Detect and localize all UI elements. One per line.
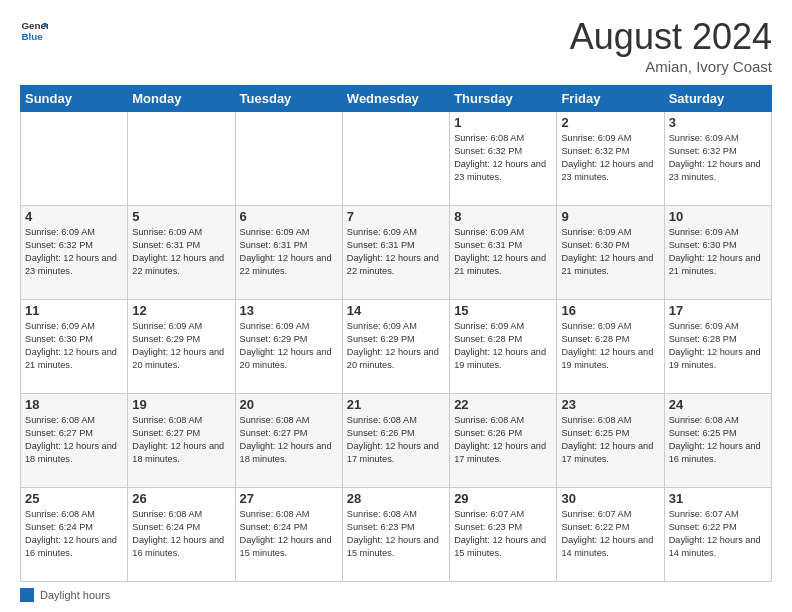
- calendar-cell: 13Sunrise: 6:09 AM Sunset: 6:29 PM Dayli…: [235, 300, 342, 394]
- calendar-cell: 19Sunrise: 6:08 AM Sunset: 6:27 PM Dayli…: [128, 394, 235, 488]
- calendar-cell: 3Sunrise: 6:09 AM Sunset: 6:32 PM Daylig…: [664, 112, 771, 206]
- day-number: 24: [669, 397, 767, 412]
- day-info: Sunrise: 6:08 AM Sunset: 6:23 PM Dayligh…: [347, 508, 445, 560]
- day-info: Sunrise: 6:09 AM Sunset: 6:28 PM Dayligh…: [454, 320, 552, 372]
- calendar-cell: 21Sunrise: 6:08 AM Sunset: 6:26 PM Dayli…: [342, 394, 449, 488]
- day-number: 22: [454, 397, 552, 412]
- day-number: 11: [25, 303, 123, 318]
- day-info: Sunrise: 6:08 AM Sunset: 6:24 PM Dayligh…: [25, 508, 123, 560]
- day-info: Sunrise: 6:09 AM Sunset: 6:31 PM Dayligh…: [454, 226, 552, 278]
- day-info: Sunrise: 6:08 AM Sunset: 6:24 PM Dayligh…: [240, 508, 338, 560]
- day-info: Sunrise: 6:08 AM Sunset: 6:25 PM Dayligh…: [561, 414, 659, 466]
- day-number: 25: [25, 491, 123, 506]
- calendar-cell: 28Sunrise: 6:08 AM Sunset: 6:23 PM Dayli…: [342, 488, 449, 582]
- day-info: Sunrise: 6:07 AM Sunset: 6:22 PM Dayligh…: [669, 508, 767, 560]
- calendar-header-sunday: Sunday: [21, 86, 128, 112]
- day-info: Sunrise: 6:09 AM Sunset: 6:28 PM Dayligh…: [669, 320, 767, 372]
- day-info: Sunrise: 6:09 AM Sunset: 6:30 PM Dayligh…: [25, 320, 123, 372]
- day-info: Sunrise: 6:09 AM Sunset: 6:32 PM Dayligh…: [25, 226, 123, 278]
- calendar-cell: 29Sunrise: 6:07 AM Sunset: 6:23 PM Dayli…: [450, 488, 557, 582]
- day-info: Sunrise: 6:09 AM Sunset: 6:32 PM Dayligh…: [561, 132, 659, 184]
- calendar-cell: 6Sunrise: 6:09 AM Sunset: 6:31 PM Daylig…: [235, 206, 342, 300]
- calendar-cell: 16Sunrise: 6:09 AM Sunset: 6:28 PM Dayli…: [557, 300, 664, 394]
- calendar-cell: 1Sunrise: 6:08 AM Sunset: 6:32 PM Daylig…: [450, 112, 557, 206]
- day-info: Sunrise: 6:09 AM Sunset: 6:30 PM Dayligh…: [561, 226, 659, 278]
- calendar-cell: [342, 112, 449, 206]
- calendar-cell: 20Sunrise: 6:08 AM Sunset: 6:27 PM Dayli…: [235, 394, 342, 488]
- day-info: Sunrise: 6:08 AM Sunset: 6:27 PM Dayligh…: [25, 414, 123, 466]
- title-block: August 2024 Amian, Ivory Coast: [570, 16, 772, 75]
- day-number: 26: [132, 491, 230, 506]
- day-number: 12: [132, 303, 230, 318]
- day-info: Sunrise: 6:09 AM Sunset: 6:29 PM Dayligh…: [347, 320, 445, 372]
- calendar-cell: 10Sunrise: 6:09 AM Sunset: 6:30 PM Dayli…: [664, 206, 771, 300]
- day-info: Sunrise: 6:08 AM Sunset: 6:24 PM Dayligh…: [132, 508, 230, 560]
- day-info: Sunrise: 6:07 AM Sunset: 6:23 PM Dayligh…: [454, 508, 552, 560]
- calendar-cell: 18Sunrise: 6:08 AM Sunset: 6:27 PM Dayli…: [21, 394, 128, 488]
- day-number: 2: [561, 115, 659, 130]
- calendar-cell: 30Sunrise: 6:07 AM Sunset: 6:22 PM Dayli…: [557, 488, 664, 582]
- calendar-cell: 25Sunrise: 6:08 AM Sunset: 6:24 PM Dayli…: [21, 488, 128, 582]
- legend-color-box: [20, 588, 34, 602]
- logo: General Blue: [20, 16, 48, 44]
- calendar-cell: 7Sunrise: 6:09 AM Sunset: 6:31 PM Daylig…: [342, 206, 449, 300]
- day-number: 20: [240, 397, 338, 412]
- day-number: 4: [25, 209, 123, 224]
- month-title: August 2024: [570, 16, 772, 58]
- calendar-cell: 31Sunrise: 6:07 AM Sunset: 6:22 PM Dayli…: [664, 488, 771, 582]
- svg-text:Blue: Blue: [21, 31, 43, 42]
- calendar-cell: 12Sunrise: 6:09 AM Sunset: 6:29 PM Dayli…: [128, 300, 235, 394]
- day-number: 5: [132, 209, 230, 224]
- calendar-cell: 24Sunrise: 6:08 AM Sunset: 6:25 PM Dayli…: [664, 394, 771, 488]
- day-number: 16: [561, 303, 659, 318]
- day-info: Sunrise: 6:09 AM Sunset: 6:29 PM Dayligh…: [240, 320, 338, 372]
- day-number: 27: [240, 491, 338, 506]
- calendar-header-saturday: Saturday: [664, 86, 771, 112]
- day-number: 7: [347, 209, 445, 224]
- day-number: 31: [669, 491, 767, 506]
- day-number: 30: [561, 491, 659, 506]
- day-info: Sunrise: 6:09 AM Sunset: 6:31 PM Dayligh…: [347, 226, 445, 278]
- calendar-header-friday: Friday: [557, 86, 664, 112]
- day-number: 9: [561, 209, 659, 224]
- day-number: 28: [347, 491, 445, 506]
- day-number: 1: [454, 115, 552, 130]
- day-info: Sunrise: 6:07 AM Sunset: 6:22 PM Dayligh…: [561, 508, 659, 560]
- calendar-cell: 17Sunrise: 6:09 AM Sunset: 6:28 PM Dayli…: [664, 300, 771, 394]
- day-info: Sunrise: 6:09 AM Sunset: 6:28 PM Dayligh…: [561, 320, 659, 372]
- day-info: Sunrise: 6:08 AM Sunset: 6:32 PM Dayligh…: [454, 132, 552, 184]
- legend: Daylight hours: [20, 588, 772, 602]
- day-info: Sunrise: 6:09 AM Sunset: 6:29 PM Dayligh…: [132, 320, 230, 372]
- calendar-cell: [235, 112, 342, 206]
- calendar-table: SundayMondayTuesdayWednesdayThursdayFrid…: [20, 85, 772, 582]
- calendar-header-wednesday: Wednesday: [342, 86, 449, 112]
- legend-label: Daylight hours: [40, 589, 110, 601]
- day-info: Sunrise: 6:09 AM Sunset: 6:32 PM Dayligh…: [669, 132, 767, 184]
- day-number: 18: [25, 397, 123, 412]
- day-number: 14: [347, 303, 445, 318]
- calendar-cell: 23Sunrise: 6:08 AM Sunset: 6:25 PM Dayli…: [557, 394, 664, 488]
- day-number: 6: [240, 209, 338, 224]
- day-info: Sunrise: 6:08 AM Sunset: 6:27 PM Dayligh…: [240, 414, 338, 466]
- day-number: 8: [454, 209, 552, 224]
- calendar-cell: 5Sunrise: 6:09 AM Sunset: 6:31 PM Daylig…: [128, 206, 235, 300]
- calendar-week-4: 18Sunrise: 6:08 AM Sunset: 6:27 PM Dayli…: [21, 394, 772, 488]
- calendar-cell: 11Sunrise: 6:09 AM Sunset: 6:30 PM Dayli…: [21, 300, 128, 394]
- calendar-cell: 22Sunrise: 6:08 AM Sunset: 6:26 PM Dayli…: [450, 394, 557, 488]
- day-number: 17: [669, 303, 767, 318]
- day-info: Sunrise: 6:09 AM Sunset: 6:31 PM Dayligh…: [240, 226, 338, 278]
- page: General Blue August 2024 Amian, Ivory Co…: [0, 0, 792, 612]
- calendar-cell: 4Sunrise: 6:09 AM Sunset: 6:32 PM Daylig…: [21, 206, 128, 300]
- day-number: 19: [132, 397, 230, 412]
- day-info: Sunrise: 6:08 AM Sunset: 6:26 PM Dayligh…: [347, 414, 445, 466]
- calendar-week-5: 25Sunrise: 6:08 AM Sunset: 6:24 PM Dayli…: [21, 488, 772, 582]
- day-number: 21: [347, 397, 445, 412]
- day-number: 23: [561, 397, 659, 412]
- day-number: 29: [454, 491, 552, 506]
- day-number: 10: [669, 209, 767, 224]
- calendar-header-monday: Monday: [128, 86, 235, 112]
- calendar-cell: 9Sunrise: 6:09 AM Sunset: 6:30 PM Daylig…: [557, 206, 664, 300]
- calendar-cell: 8Sunrise: 6:09 AM Sunset: 6:31 PM Daylig…: [450, 206, 557, 300]
- calendar-header-row: SundayMondayTuesdayWednesdayThursdayFrid…: [21, 86, 772, 112]
- day-info: Sunrise: 6:08 AM Sunset: 6:27 PM Dayligh…: [132, 414, 230, 466]
